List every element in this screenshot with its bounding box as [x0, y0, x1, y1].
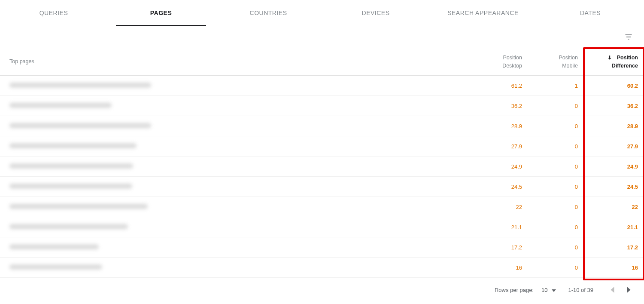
cell-position-mobile: 1: [528, 76, 584, 96]
cell-position-desktop: 61.2: [468, 76, 528, 96]
table-row[interactable]: 24.9024.9: [0, 157, 644, 177]
col-label: Position: [559, 55, 578, 61]
cell-position-difference: 60.2: [584, 76, 644, 96]
cell-position-mobile: 0: [528, 177, 584, 197]
rows-select[interactable]: 10: [541, 287, 556, 293]
table-row[interactable]: 16016: [0, 258, 644, 278]
page-range: 1-10 of 39: [568, 287, 593, 293]
chevron-down-icon: [552, 287, 556, 293]
redacted-url: [9, 204, 148, 209]
cell-page: [0, 177, 468, 197]
col-label: Difference: [612, 63, 638, 69]
filter-icon[interactable]: [623, 32, 634, 42]
cell-position-desktop: 27.9: [468, 136, 528, 157]
cell-position-mobile: 0: [528, 258, 584, 278]
rows-per-page: Rows per page: 10: [495, 287, 556, 293]
col-label: Top pages: [9, 58, 34, 64]
cell-position-mobile: 0: [528, 116, 584, 136]
tab-bar: QUERIESPAGESCOUNTRIESDEVICESSEARCH APPEA…: [0, 0, 644, 26]
cell-position-mobile: 0: [528, 96, 584, 116]
col-label: Position: [617, 55, 638, 61]
cell-position-mobile: 0: [528, 237, 584, 258]
tab-pages[interactable]: PAGES: [107, 0, 215, 26]
col-label: Mobile: [562, 63, 578, 69]
table-toolbar: [0, 26, 644, 48]
cell-position-difference: 17.2: [584, 237, 644, 258]
cell-page: [0, 157, 468, 177]
cell-position-desktop: 22: [468, 197, 528, 217]
cell-position-desktop: 21.1: [468, 217, 528, 237]
cell-page: [0, 217, 468, 237]
cell-page: [0, 136, 468, 157]
cell-position-desktop: 24.5: [468, 177, 528, 197]
data-table: Top pages Position Desktop Position Mobi…: [0, 48, 644, 278]
cell-position-difference: 27.9: [584, 136, 644, 157]
tab-search-appearance[interactable]: SEARCH APPEARANCE: [429, 0, 537, 26]
col-label: Position: [503, 55, 522, 61]
col-position-difference[interactable]: Position Difference: [584, 48, 644, 76]
cell-position-desktop: 24.9: [468, 157, 528, 177]
table-row[interactable]: 22022: [0, 197, 644, 217]
cell-position-desktop: 17.2: [468, 237, 528, 258]
table-row[interactable]: 24.5024.5: [0, 177, 644, 197]
redacted-url: [9, 244, 99, 249]
redacted-url: [9, 163, 133, 169]
tab-dates[interactable]: DATES: [537, 0, 644, 26]
cell-position-mobile: 0: [528, 136, 584, 157]
table-wrap: Top pages Position Desktop Position Mobi…: [0, 48, 644, 278]
tab-devices[interactable]: DEVICES: [322, 0, 429, 26]
col-position-mobile[interactable]: Position Mobile: [528, 48, 584, 76]
table-row[interactable]: 28.9028.9: [0, 116, 644, 136]
cell-position-difference: 28.9: [584, 116, 644, 136]
col-position-desktop[interactable]: Position Desktop: [468, 48, 528, 76]
cell-page: [0, 76, 468, 96]
redacted-url: [9, 224, 128, 229]
cell-position-difference: 24.5: [584, 177, 644, 197]
cell-page: [0, 197, 468, 217]
cell-position-desktop: 28.9: [468, 116, 528, 136]
redacted-url: [9, 83, 151, 88]
table-row[interactable]: 27.9027.9: [0, 136, 644, 157]
cell-page: [0, 116, 468, 136]
redacted-url: [9, 103, 112, 108]
table-row[interactable]: 17.2017.2: [0, 237, 644, 258]
col-label: Desktop: [502, 63, 522, 69]
pagination: Rows per page: 10 1-10 of 39: [0, 278, 644, 302]
cell-position-difference: 16: [584, 258, 644, 278]
cell-page: [0, 237, 468, 258]
report-card: QUERIESPAGESCOUNTRIESDEVICESSEARCH APPEA…: [0, 0, 644, 304]
cell-position-difference: 22: [584, 197, 644, 217]
cell-position-mobile: 0: [528, 197, 584, 217]
cell-position-difference: 21.1: [584, 217, 644, 237]
redacted-url: [9, 123, 151, 128]
prev-page-button[interactable]: [605, 283, 619, 297]
cell-position-desktop: 36.2: [468, 96, 528, 116]
cell-page: [0, 258, 468, 278]
cell-position-desktop: 16: [468, 258, 528, 278]
tab-queries[interactable]: QUERIES: [0, 0, 107, 26]
table-row[interactable]: 36.2036.2: [0, 96, 644, 116]
table-row[interactable]: 61.2160.2: [0, 76, 644, 96]
table-row[interactable]: 21.1021.1: [0, 217, 644, 237]
col-top-pages[interactable]: Top pages: [0, 48, 468, 76]
cell-position-mobile: 0: [528, 217, 584, 237]
redacted-url: [9, 184, 132, 189]
next-page-button[interactable]: [622, 283, 635, 297]
cell-position-mobile: 0: [528, 157, 584, 177]
rows-value: 10: [541, 287, 547, 293]
redacted-url: [9, 143, 137, 148]
cell-position-difference: 36.2: [584, 96, 644, 116]
tab-countries[interactable]: COUNTRIES: [215, 0, 322, 26]
sort-desc-icon: [607, 56, 614, 62]
cell-page: [0, 96, 468, 116]
rows-label: Rows per page:: [495, 287, 534, 293]
redacted-url: [9, 264, 102, 270]
cell-position-difference: 24.9: [584, 157, 644, 177]
